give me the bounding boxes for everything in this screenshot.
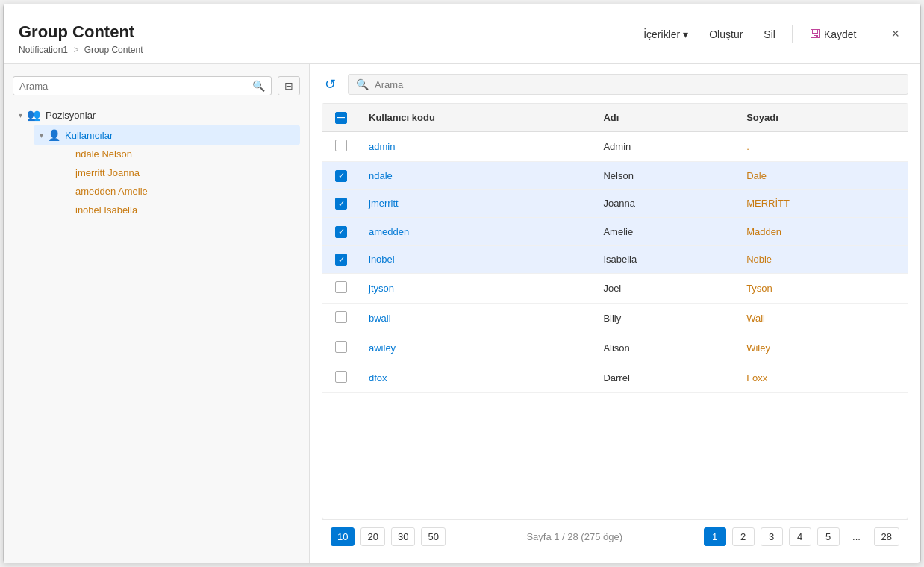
close-button[interactable]: ×: [885, 23, 905, 45]
checkbox-6[interactable]: [335, 311, 347, 323]
table-row: adminAdmin.: [322, 132, 908, 162]
page-1[interactable]: 1: [704, 527, 726, 546]
page-last[interactable]: 28: [874, 527, 899, 546]
lastname-4: Noble: [737, 245, 908, 274]
page-5[interactable]: 5: [817, 527, 840, 546]
table-row: jmerrittJoannaMERRİTT: [322, 189, 908, 218]
page-4[interactable]: 4: [789, 527, 811, 546]
col-header-checkbox: [322, 104, 360, 132]
delete-button[interactable]: Sil: [759, 25, 780, 43]
row-checkbox-3: [322, 218, 360, 246]
checkbox-8[interactable]: [335, 371, 347, 383]
firstname-7: Alison: [594, 333, 737, 363]
refresh-button[interactable]: ↺: [322, 73, 339, 95]
lastname-1: Dale: [737, 162, 908, 190]
toggle-icon-2: ▾: [40, 131, 43, 140]
page-3[interactable]: 3: [761, 527, 783, 546]
page-size-50[interactable]: 50: [421, 527, 445, 546]
sidebar-search-wrap: 🔍: [13, 76, 272, 95]
row-checkbox-6: [322, 304, 360, 333]
select-all-checkbox[interactable]: [335, 112, 347, 124]
checkbox-4[interactable]: [335, 254, 347, 266]
page-info: Sayfa 1 / 28 (275 öge): [452, 531, 698, 542]
tree-item-kullanicilar[interactable]: ▾ 👤 Kullanıcılar: [34, 125, 300, 145]
page-size-20[interactable]: 20: [360, 527, 384, 546]
checkbox-0[interactable]: [335, 140, 347, 151]
col-header-lastname: Soyadı: [737, 104, 908, 132]
username-5: jtyson: [360, 274, 594, 304]
chevron-down-icon: ▾: [683, 28, 688, 40]
content-menu-label: İçerikler: [643, 28, 680, 40]
main-search-wrap: 🔍: [348, 74, 908, 95]
firstname-2: Joanna: [594, 189, 737, 218]
main-window: Group Content Notification1 > Group Cont…: [3, 4, 921, 563]
tree: ▾ 👥 Pozisyonlar ▾ 👤 Kullanıcılar ndale N…: [13, 104, 300, 219]
sidebar-search-input[interactable]: [19, 81, 252, 92]
breadcrumb-parent: Notification1: [19, 45, 68, 55]
username-2: jmerritt: [360, 189, 594, 218]
tree-user-item-3[interactable]: inobel Isabella: [69, 201, 300, 219]
main-content: ↺ 🔍 Kullanıcı kodu Adı: [310, 64, 920, 563]
lastname-8: Foxx: [737, 363, 908, 393]
tree-item-pozisyonlar[interactable]: ▾ 👥 Pozisyonlar: [13, 104, 300, 125]
firstname-6: Billy: [594, 304, 737, 333]
table-row: inobelIsabellaNoble: [322, 245, 908, 274]
create-button[interactable]: Oluştur: [705, 25, 747, 43]
header: Group Content Notification1 > Group Cont…: [4, 4, 920, 64]
sidebar-panel-button[interactable]: ⊟: [278, 76, 300, 95]
kullanicilar-icon: 👤: [48, 129, 60, 141]
table-wrap: Kullanıcı kodu Adı Soyadı adminAdmin.nda…: [322, 103, 908, 519]
tree-users-list: ndale Nelson jmerritt Joanna amedden Ame…: [34, 145, 300, 219]
tree-user-item-0[interactable]: ndale Nelson: [69, 145, 300, 163]
user-label-0: ndale Nelson: [75, 148, 132, 160]
checkbox-2[interactable]: [335, 198, 347, 210]
username-0: admin: [360, 132, 594, 162]
breadcrumb: Notification1 > Group Content: [19, 45, 639, 55]
save-label: Kaydet: [824, 28, 857, 40]
page-dots: ...: [846, 528, 868, 545]
sidebar-search-button[interactable]: 🔍: [252, 80, 265, 92]
table-row: bwallBillyWall: [322, 304, 908, 333]
table-body: adminAdmin.ndaleNelsonDalejmerrittJoanna…: [322, 132, 908, 393]
tree-user-item-2[interactable]: amedden Amelie: [69, 182, 300, 201]
row-checkbox-4: [322, 245, 360, 274]
header-actions: İçerikler ▾ Oluştur Sil 🖫 Kaydet ×: [639, 23, 905, 54]
user-label-3: inobel Isabella: [75, 204, 137, 216]
lastname-5: Tyson: [737, 274, 908, 304]
username-1: ndale: [360, 162, 594, 190]
row-checkbox-8: [322, 363, 360, 393]
checkbox-7[interactable]: [335, 341, 347, 353]
kullanicilar-label: Kullanıcılar: [65, 130, 113, 141]
users-table: Kullanıcı kodu Adı Soyadı adminAdmin.nda…: [322, 104, 908, 393]
lastname-3: Madden: [737, 218, 908, 246]
sidebar-search-bar: 🔍 ⊟: [13, 76, 300, 95]
checkbox-1[interactable]: [335, 170, 347, 182]
tree-children: ▾ 👤 Kullanıcılar ndale Nelson jmerritt J…: [13, 125, 300, 219]
row-checkbox-5: [322, 274, 360, 304]
lastname-0: .: [737, 132, 908, 162]
firstname-8: Darrel: [594, 363, 737, 393]
content-menu-button[interactable]: İçerikler ▾: [639, 25, 693, 43]
checkbox-3[interactable]: [335, 226, 347, 238]
tree-user-item-1[interactable]: jmerritt Joanna: [69, 163, 300, 182]
header-left: Group Content Notification1 > Group Cont…: [19, 22, 639, 55]
save-icon: 🖫: [809, 28, 821, 41]
username-6: bwall: [360, 304, 594, 333]
page-2[interactable]: 2: [732, 527, 755, 546]
user-label-2: amedden Amelie: [75, 186, 148, 197]
breadcrumb-sep: >: [73, 45, 78, 55]
checkbox-5[interactable]: [335, 281, 347, 293]
username-7: awiley: [360, 333, 594, 363]
row-checkbox-7: [322, 333, 360, 363]
page-size-30[interactable]: 30: [391, 527, 415, 546]
table-row: jtysonJoelTyson: [322, 274, 908, 304]
pozisyonlar-label: Pozisyonlar: [46, 110, 96, 121]
page-size-10[interactable]: 10: [331, 527, 355, 546]
body: 🔍 ⊟ ▾ 👥 Pozisyonlar ▾ 👤: [4, 64, 920, 563]
row-checkbox-2: [322, 189, 360, 218]
save-button[interactable]: 🖫 Kaydet: [805, 25, 861, 44]
breadcrumb-current: Group Content: [84, 45, 143, 55]
main-search-input[interactable]: [375, 79, 900, 90]
main-search-icon: 🔍: [356, 78, 369, 90]
row-checkbox-1: [322, 162, 360, 190]
